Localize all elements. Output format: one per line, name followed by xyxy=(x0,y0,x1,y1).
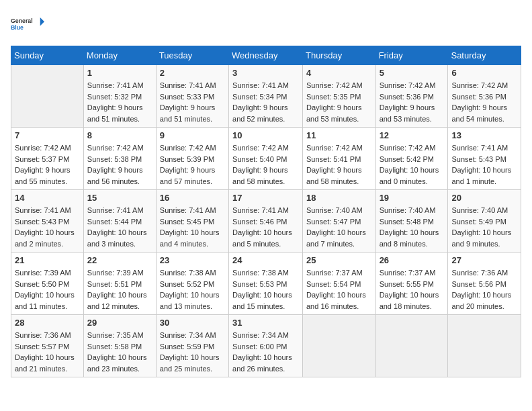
calendar-cell: 22Sunrise: 7:39 AM Sunset: 5:51 PM Dayli… xyxy=(83,253,156,315)
calendar-cell: 19Sunrise: 7:40 AM Sunset: 5:48 PM Dayli… xyxy=(375,190,448,253)
weekday-header-saturday: Saturday xyxy=(448,46,521,65)
day-info: Sunrise: 7:36 AM Sunset: 5:57 PM Dayligh… xyxy=(15,330,80,374)
day-info: Sunrise: 7:40 AM Sunset: 5:47 PM Dayligh… xyxy=(306,205,372,249)
day-info: Sunrise: 7:35 AM Sunset: 5:58 PM Dayligh… xyxy=(87,330,152,374)
day-number: 26 xyxy=(380,255,445,265)
calendar-cell: 21Sunrise: 7:39 AM Sunset: 5:50 PM Dayli… xyxy=(11,253,84,315)
day-number: 10 xyxy=(232,130,299,140)
calendar-cell: 15Sunrise: 7:41 AM Sunset: 5:44 PM Dayli… xyxy=(83,190,156,253)
day-number: 6 xyxy=(451,68,517,78)
calendar-cell: 23Sunrise: 7:38 AM Sunset: 5:52 PM Dayli… xyxy=(156,253,228,315)
day-info: Sunrise: 7:38 AM Sunset: 5:52 PM Dayligh… xyxy=(160,267,225,312)
day-number: 21 xyxy=(15,255,80,265)
day-number: 30 xyxy=(160,318,225,328)
day-info: Sunrise: 7:39 AM Sunset: 5:51 PM Dayligh… xyxy=(87,267,152,312)
day-number: 14 xyxy=(15,193,80,203)
calendar-cell: 8Sunrise: 7:42 AM Sunset: 5:38 PM Daylig… xyxy=(83,128,156,190)
calendar-cell: 14Sunrise: 7:41 AM Sunset: 5:43 PM Dayli… xyxy=(11,190,84,253)
calendar-week-5: 28Sunrise: 7:36 AM Sunset: 5:57 PM Dayli… xyxy=(11,315,521,377)
day-info: Sunrise: 7:37 AM Sunset: 5:55 PM Dayligh… xyxy=(380,267,445,312)
svg-text:General: General xyxy=(11,17,33,24)
calendar-cell: 10Sunrise: 7:42 AM Sunset: 5:40 PM Dayli… xyxy=(229,128,303,190)
day-number: 31 xyxy=(232,318,299,328)
day-info: Sunrise: 7:42 AM Sunset: 5:36 PM Dayligh… xyxy=(451,80,517,124)
calendar-cell: 2Sunrise: 7:41 AM Sunset: 5:33 PM Daylig… xyxy=(156,65,228,128)
calendar-cell: 16Sunrise: 7:41 AM Sunset: 5:45 PM Dayli… xyxy=(156,190,228,253)
day-number: 24 xyxy=(232,255,299,265)
day-info: Sunrise: 7:42 AM Sunset: 5:38 PM Dayligh… xyxy=(87,142,152,187)
day-info: Sunrise: 7:42 AM Sunset: 5:39 PM Dayligh… xyxy=(160,142,225,187)
day-number: 22 xyxy=(87,255,152,265)
weekday-header-sunday: Sunday xyxy=(11,46,84,65)
calendar-cell: 12Sunrise: 7:42 AM Sunset: 5:42 PM Dayli… xyxy=(375,128,448,190)
day-number: 29 xyxy=(87,318,152,328)
day-number: 1 xyxy=(87,68,152,78)
day-number: 9 xyxy=(160,130,225,140)
day-number: 13 xyxy=(451,130,517,140)
svg-marker-2 xyxy=(40,17,44,26)
day-info: Sunrise: 7:41 AM Sunset: 5:33 PM Dayligh… xyxy=(160,80,225,124)
calendar-cell xyxy=(448,315,521,377)
day-number: 28 xyxy=(15,318,80,328)
calendar-table: SundayMondayTuesdayWednesdayThursdayFrid… xyxy=(11,46,521,377)
day-info: Sunrise: 7:41 AM Sunset: 5:45 PM Dayligh… xyxy=(160,205,225,249)
day-number: 12 xyxy=(380,130,445,140)
calendar-cell: 6Sunrise: 7:42 AM Sunset: 5:36 PM Daylig… xyxy=(448,65,521,128)
day-info: Sunrise: 7:34 AM Sunset: 5:59 PM Dayligh… xyxy=(160,330,225,374)
page-header: General Blue xyxy=(11,11,521,38)
day-number: 18 xyxy=(306,193,372,203)
day-number: 3 xyxy=(232,68,299,78)
calendar-cell: 3Sunrise: 7:41 AM Sunset: 5:34 PM Daylig… xyxy=(229,65,303,128)
day-number: 20 xyxy=(451,193,517,203)
calendar-cell: 18Sunrise: 7:40 AM Sunset: 5:47 PM Dayli… xyxy=(302,190,375,253)
day-number: 19 xyxy=(380,193,445,203)
calendar-cell xyxy=(375,315,448,377)
day-info: Sunrise: 7:42 AM Sunset: 5:42 PM Dayligh… xyxy=(380,142,445,187)
day-info: Sunrise: 7:41 AM Sunset: 5:32 PM Dayligh… xyxy=(87,80,152,124)
day-number: 4 xyxy=(306,68,372,78)
calendar-week-4: 21Sunrise: 7:39 AM Sunset: 5:50 PM Dayli… xyxy=(11,253,521,315)
calendar-cell: 4Sunrise: 7:42 AM Sunset: 5:35 PM Daylig… xyxy=(302,65,375,128)
calendar-cell xyxy=(11,65,84,128)
calendar-cell: 1Sunrise: 7:41 AM Sunset: 5:32 PM Daylig… xyxy=(83,65,156,128)
day-info: Sunrise: 7:41 AM Sunset: 5:44 PM Dayligh… xyxy=(87,205,152,249)
calendar-cell: 25Sunrise: 7:37 AM Sunset: 5:54 PM Dayli… xyxy=(302,253,375,315)
svg-text:Blue: Blue xyxy=(11,24,24,31)
day-info: Sunrise: 7:42 AM Sunset: 5:35 PM Dayligh… xyxy=(306,80,372,124)
day-number: 2 xyxy=(160,68,225,78)
calendar-cell: 17Sunrise: 7:41 AM Sunset: 5:46 PM Dayli… xyxy=(229,190,303,253)
calendar-cell: 24Sunrise: 7:38 AM Sunset: 5:53 PM Dayli… xyxy=(229,253,303,315)
day-info: Sunrise: 7:42 AM Sunset: 5:37 PM Dayligh… xyxy=(15,142,80,187)
day-info: Sunrise: 7:40 AM Sunset: 5:48 PM Dayligh… xyxy=(380,205,445,249)
calendar-cell: 13Sunrise: 7:41 AM Sunset: 5:43 PM Dayli… xyxy=(448,128,521,190)
weekday-header-wednesday: Wednesday xyxy=(229,46,303,65)
day-info: Sunrise: 7:40 AM Sunset: 5:49 PM Dayligh… xyxy=(451,205,517,249)
day-info: Sunrise: 7:42 AM Sunset: 5:36 PM Dayligh… xyxy=(380,80,445,124)
day-info: Sunrise: 7:41 AM Sunset: 5:43 PM Dayligh… xyxy=(451,142,517,187)
day-info: Sunrise: 7:38 AM Sunset: 5:53 PM Dayligh… xyxy=(232,267,299,312)
day-number: 8 xyxy=(87,130,152,140)
day-info: Sunrise: 7:34 AM Sunset: 6:00 PM Dayligh… xyxy=(232,330,299,374)
calendar-cell: 20Sunrise: 7:40 AM Sunset: 5:49 PM Dayli… xyxy=(448,190,521,253)
calendar-week-1: 1Sunrise: 7:41 AM Sunset: 5:32 PM Daylig… xyxy=(11,65,521,128)
day-info: Sunrise: 7:39 AM Sunset: 5:50 PM Dayligh… xyxy=(15,267,80,312)
calendar-cell: 9Sunrise: 7:42 AM Sunset: 5:39 PM Daylig… xyxy=(156,128,228,190)
day-info: Sunrise: 7:41 AM Sunset: 5:43 PM Dayligh… xyxy=(15,205,80,249)
weekday-header-monday: Monday xyxy=(83,46,156,65)
day-info: Sunrise: 7:42 AM Sunset: 5:41 PM Dayligh… xyxy=(306,142,372,187)
day-info: Sunrise: 7:41 AM Sunset: 5:34 PM Dayligh… xyxy=(232,80,299,124)
weekday-header-friday: Friday xyxy=(375,46,448,65)
calendar-cell: 5Sunrise: 7:42 AM Sunset: 5:36 PM Daylig… xyxy=(375,65,448,128)
day-info: Sunrise: 7:41 AM Sunset: 5:46 PM Dayligh… xyxy=(232,205,299,249)
calendar-cell: 7Sunrise: 7:42 AM Sunset: 5:37 PM Daylig… xyxy=(11,128,84,190)
day-number: 7 xyxy=(15,130,80,140)
day-number: 16 xyxy=(160,193,225,203)
day-info: Sunrise: 7:37 AM Sunset: 5:54 PM Dayligh… xyxy=(306,267,372,312)
day-number: 5 xyxy=(380,68,445,78)
day-info: Sunrise: 7:42 AM Sunset: 5:40 PM Dayligh… xyxy=(232,142,299,187)
calendar-cell: 11Sunrise: 7:42 AM Sunset: 5:41 PM Dayli… xyxy=(302,128,375,190)
day-number: 15 xyxy=(87,193,152,203)
weekday-header-thursday: Thursday xyxy=(302,46,375,65)
calendar-cell: 30Sunrise: 7:34 AM Sunset: 5:59 PM Dayli… xyxy=(156,315,228,377)
calendar-cell: 27Sunrise: 7:36 AM Sunset: 5:56 PM Dayli… xyxy=(448,253,521,315)
